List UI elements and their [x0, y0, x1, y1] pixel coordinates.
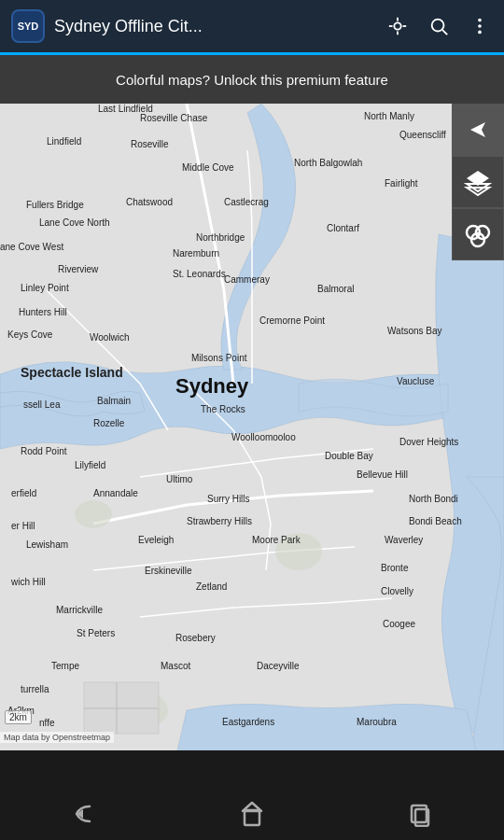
svg-point-7 — [478, 19, 482, 22]
svg-point-11 — [75, 500, 112, 528]
attribution-text: Map data by Openstreetmap — [4, 733, 110, 742]
scale-value: 2km — [9, 712, 27, 722]
navigate-button[interactable] — [452, 104, 504, 156]
svg-point-8 — [478, 24, 482, 28]
svg-marker-17 — [470, 122, 485, 137]
options-button[interactable] — [452, 208, 504, 260]
bottom-nav — [0, 788, 504, 840]
recents-button[interactable] — [392, 795, 448, 833]
app-icon: SYD — [11, 9, 45, 43]
toolbar-icons — [385, 13, 493, 39]
svg-rect-25 — [245, 810, 259, 825]
search-icon[interactable] — [426, 13, 452, 39]
svg-line-6 — [442, 30, 447, 35]
map-buttons — [452, 104, 504, 260]
svg-point-12 — [275, 533, 322, 570]
map-container[interactable]: Last Lindfield Roseville Chase North Man… — [0, 104, 504, 750]
more-options-icon[interactable] — [467, 13, 493, 39]
app-title: Sydney Offline Cit... — [54, 17, 385, 36]
map-scale: 2km — [5, 710, 32, 724]
map-attribution: Map data by Openstreetmap — [0, 732, 114, 743]
svg-rect-27 — [412, 805, 427, 822]
svg-point-0 — [394, 22, 400, 29]
back-button[interactable] — [56, 795, 112, 833]
home-button[interactable] — [224, 795, 280, 833]
title-bar: SYD Sydney Offline Cit... — [0, 0, 504, 52]
location-icon[interactable] — [385, 13, 411, 39]
premium-banner[interactable]: Colorful maps? Unlock this premium featu… — [0, 55, 504, 104]
premium-text: Colorful maps? Unlock this premium featu… — [116, 72, 388, 88]
svg-point-9 — [478, 31, 482, 35]
layers-button[interactable] — [452, 156, 504, 208]
svg-point-5 — [432, 20, 444, 32]
